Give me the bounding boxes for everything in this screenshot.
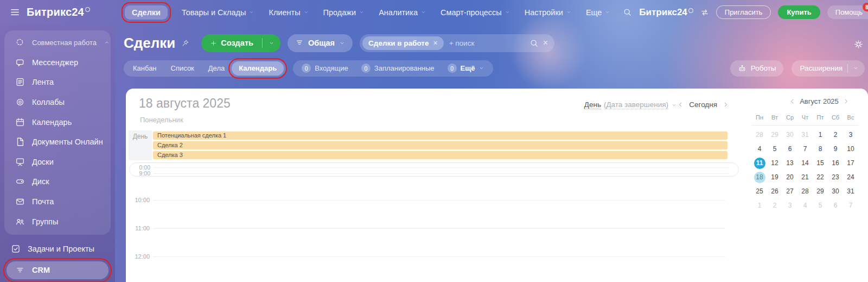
view-tab[interactable]: Календарь (232, 61, 284, 76)
create-button[interactable]: Создать (201, 34, 280, 52)
mini-calendar-day[interactable]: 2 (828, 128, 843, 142)
buy-button[interactable]: Купить (778, 5, 820, 19)
settings-gear-icon[interactable] (853, 39, 864, 49)
mini-calendar-day[interactable]: 9 (828, 142, 843, 156)
nav-item[interactable]: Клиенты (269, 8, 309, 17)
deal-event[interactable]: Сделка 2 (153, 141, 727, 149)
mini-calendar-day[interactable]: 16 (828, 156, 843, 170)
collapsed-hours-band[interactable]: 0:00 9:00 (129, 162, 739, 177)
create-dropdown-toggle[interactable] (263, 40, 280, 46)
hour-row[interactable]: 10:00 (126, 200, 728, 228)
sidebar-item[interactable]: Документы Онлайн (4, 132, 111, 152)
swap-arrows-icon[interactable] (700, 8, 709, 17)
mini-calendar-day[interactable]: 11 (752, 156, 767, 170)
mini-calendar-day[interactable]: 1 (752, 198, 767, 212)
mini-calendar-day[interactable]: 7 (843, 198, 858, 212)
nav-item[interactable]: Сделки (125, 5, 168, 20)
mini-calendar-day[interactable]: 28 (797, 184, 813, 198)
mini-calendar-day[interactable]: 26 (767, 184, 782, 198)
sidebar-section-collab[interactable]: Совместная работа (4, 33, 111, 53)
mini-calendar-day[interactable]: 17 (843, 156, 858, 170)
remove-tag-icon[interactable]: × (433, 39, 437, 47)
mini-calendar-day[interactable]: 29 (767, 128, 782, 142)
mini-calendar-day[interactable]: 30 (828, 184, 843, 198)
prev-day-icon[interactable] (677, 101, 684, 108)
hour-row[interactable]: 11:00 (126, 228, 728, 256)
sidebar-item[interactable]: Коллабы (4, 92, 111, 112)
mini-calendar-day[interactable]: 3 (782, 198, 797, 212)
next-month-icon[interactable] (843, 98, 850, 105)
mini-calendar-day[interactable]: 29 (813, 184, 828, 198)
deal-event[interactable]: Сделка 3 (153, 151, 727, 159)
mini-calendar-day[interactable]: 24 (843, 170, 858, 184)
mini-calendar-day[interactable]: 25 (752, 184, 767, 198)
mini-calendar-day[interactable]: 4 (752, 142, 767, 156)
mini-calendar-day[interactable]: 1 (813, 128, 828, 142)
today-button[interactable]: Сегодня (689, 101, 717, 109)
sidebar-item[interactable]: Доски (4, 152, 111, 172)
sidebar-item[interactable]: CRM (7, 261, 108, 279)
mini-calendar-day[interactable]: 28 (752, 128, 767, 142)
nav-item[interactable]: Смарт-процессы (441, 8, 510, 17)
mini-calendar-day[interactable]: 30 (782, 128, 797, 142)
nav-item[interactable]: Товары и Склады (182, 8, 254, 17)
prev-month-icon[interactable] (789, 98, 796, 105)
mini-calendar-day[interactable]: 22 (813, 170, 828, 184)
mini-calendar-day[interactable]: 13 (782, 156, 797, 170)
search-icon[interactable] (529, 39, 539, 48)
mini-calendar-day[interactable]: 27 (782, 184, 797, 198)
nav-item[interactable]: Настройки (525, 8, 572, 17)
view-tab[interactable]: Дела (201, 64, 232, 72)
help-button[interactable]: Помощь 8 (827, 5, 868, 19)
mini-calendar-day[interactable]: 10 (843, 142, 858, 156)
counter-item[interactable]: 0 Ещё (441, 64, 492, 73)
pin-icon[interactable] (181, 39, 189, 47)
counter-item[interactable]: 0 Запланированные (355, 64, 441, 73)
sidebar-item[interactable]: Лента (4, 72, 111, 92)
deal-event[interactable]: Потенциальная сделка 1 (153, 131, 727, 140)
mini-calendar-day[interactable]: 12 (767, 156, 782, 170)
next-day-icon[interactable] (722, 101, 729, 108)
view-tab[interactable]: Список (164, 64, 201, 72)
nav-item[interactable]: Продажи (323, 8, 365, 17)
sidebar-item[interactable]: Почта (4, 192, 111, 212)
sidebar-item[interactable]: Задачи и Проекты (0, 239, 115, 259)
mini-calendar-day[interactable]: 14 (797, 156, 813, 170)
mini-calendar-day[interactable]: 6 (782, 142, 797, 156)
nav-item[interactable]: Еще (586, 8, 611, 17)
mini-calendar-day[interactable]: 18 (752, 170, 767, 184)
mini-calendar-day[interactable]: 5 (767, 142, 782, 156)
mini-calendar-day[interactable]: 15 (813, 156, 828, 170)
mini-calendar-day[interactable]: 19 (767, 170, 782, 184)
mini-calendar-day[interactable]: 8 (813, 142, 828, 156)
hamburger-menu-icon[interactable] (10, 7, 20, 17)
hour-row[interactable]: 12:00 (126, 256, 728, 282)
invite-button[interactable]: Пригласить (716, 5, 771, 19)
mini-calendar-day[interactable]: 31 (797, 128, 813, 142)
extensions-button[interactable]: Расширения (792, 60, 865, 77)
mini-calendar-day[interactable]: 31 (843, 184, 858, 198)
mini-calendar-day[interactable]: 23 (828, 170, 843, 184)
mini-calendar-day[interactable]: 2 (767, 198, 782, 212)
sidebar-item[interactable]: Диск (4, 172, 111, 192)
filter-preset-button[interactable]: Общая (288, 34, 353, 52)
mini-calendar-day[interactable]: 7 (797, 142, 813, 156)
search-filter-tag[interactable]: Сделки в работе × (362, 36, 444, 50)
sidebar-item[interactable]: Календарь (4, 112, 111, 132)
mini-calendar-day[interactable]: 5 (813, 198, 828, 212)
clear-search-icon[interactable]: × (543, 38, 548, 48)
counter-item[interactable]: 0 Входящие (295, 64, 355, 73)
robots-button[interactable]: Роботы (730, 60, 784, 77)
nav-item[interactable]: Аналитика (379, 8, 426, 17)
mini-calendar-day[interactable]: 21 (797, 170, 813, 184)
search-input[interactable]: Сделки в работе × + поиск × (360, 34, 554, 52)
mini-calendar-day[interactable]: 4 (797, 198, 813, 212)
sidebar-item[interactable]: Группы (4, 211, 111, 231)
mini-calendar-day[interactable]: 6 (828, 198, 843, 212)
view-mode-dropdown[interactable]: День (Дата завершения) (584, 101, 677, 109)
mini-calendar-day[interactable]: 3 (843, 128, 858, 142)
search-icon[interactable] (623, 8, 632, 17)
sidebar-item[interactable]: Мессенджер (4, 53, 111, 73)
view-tab[interactable]: Канбан (126, 64, 164, 72)
mini-calendar-day[interactable]: 20 (782, 170, 797, 184)
